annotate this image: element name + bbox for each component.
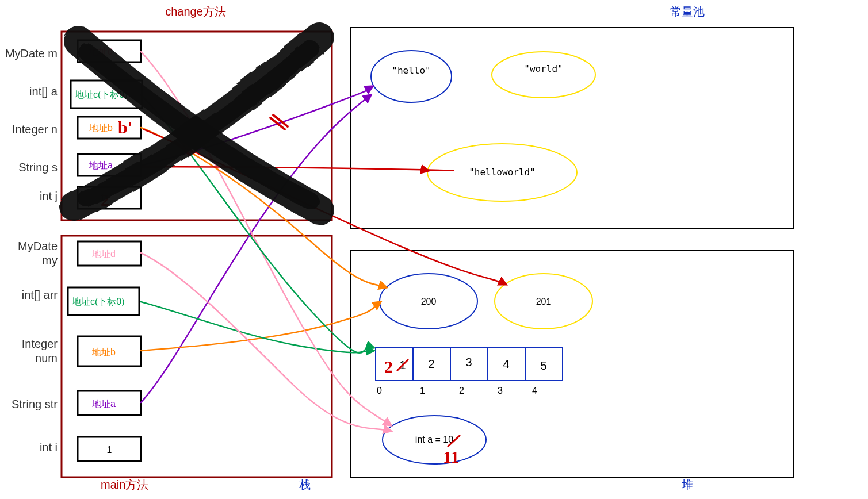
svg-text:"hello": "hello" bbox=[392, 65, 430, 76]
svg-text:地址b: 地址b bbox=[89, 123, 113, 133]
svg-text:4: 4 bbox=[532, 386, 537, 396]
svg-text:b': b' bbox=[118, 118, 132, 137]
label-num: num bbox=[35, 352, 58, 364]
svg-text:11: 11 bbox=[443, 447, 459, 466]
svg-text:201: 201 bbox=[536, 297, 552, 306]
label-i: int i bbox=[40, 441, 58, 454]
svg-text:1: 1 bbox=[420, 386, 425, 396]
label-arr: int[] arr bbox=[22, 289, 58, 301]
ellipse-world bbox=[492, 52, 595, 98]
svg-text:4: 4 bbox=[503, 358, 509, 370]
svg-text:地址a: 地址a bbox=[91, 399, 116, 409]
svg-text:0: 0 bbox=[377, 386, 382, 396]
label-my: my bbox=[42, 254, 58, 267]
title-change: change方法 bbox=[165, 5, 226, 18]
heap-array: 2 1 2 3 4 5 0 1 2 3 4 bbox=[376, 347, 563, 396]
svg-text:2: 2 bbox=[384, 357, 393, 376]
svg-text:"world": "world" bbox=[524, 63, 563, 74]
title-stack: 栈 bbox=[299, 478, 311, 491]
svg-text:200: 200 bbox=[421, 297, 437, 306]
ellipse-hello bbox=[371, 51, 452, 102]
title-main: main方法 bbox=[101, 478, 148, 491]
label-j: int j bbox=[40, 190, 58, 202]
svg-text:3: 3 bbox=[465, 356, 472, 369]
svg-text:"helloworld": "helloworld" bbox=[469, 167, 536, 178]
svg-text:5: 5 bbox=[540, 359, 546, 372]
svg-text:2: 2 bbox=[459, 386, 464, 396]
label-a: int[] a bbox=[29, 85, 58, 98]
label-mydate: MyDate bbox=[18, 240, 58, 252]
svg-rect-27 bbox=[376, 347, 413, 381]
label-n: Integer n bbox=[12, 123, 58, 136]
label-s: String s bbox=[18, 161, 58, 174]
label-m: MyDate m bbox=[5, 47, 58, 60]
svg-text:地址b: 地址b bbox=[91, 347, 116, 357]
label-integer: Integer bbox=[22, 337, 58, 350]
stack-main-slots: 地址d 地址c(下标0) 地址b 地址a 1 bbox=[68, 241, 141, 461]
title-heap: 堆 bbox=[681, 478, 693, 491]
memory-diagram: change方法 main方法 栈 常量池 堆 MyDate m int[] a… bbox=[0, 0, 868, 499]
svg-text:3: 3 bbox=[498, 386, 503, 396]
frame-pool bbox=[351, 28, 794, 229]
svg-text:地址d: 地址d bbox=[91, 249, 116, 259]
svg-text:2: 2 bbox=[428, 358, 434, 370]
svg-text:地址a: 地址a bbox=[89, 160, 113, 170]
svg-text:地址c(下标0): 地址c(下标0) bbox=[71, 297, 125, 306]
arrows bbox=[141, 52, 506, 431]
svg-text:1: 1 bbox=[107, 445, 112, 455]
title-pool: 常量池 bbox=[670, 5, 705, 18]
svg-text:int a = 10: int a = 10 bbox=[415, 435, 453, 444]
label-str: String str bbox=[12, 398, 58, 410]
